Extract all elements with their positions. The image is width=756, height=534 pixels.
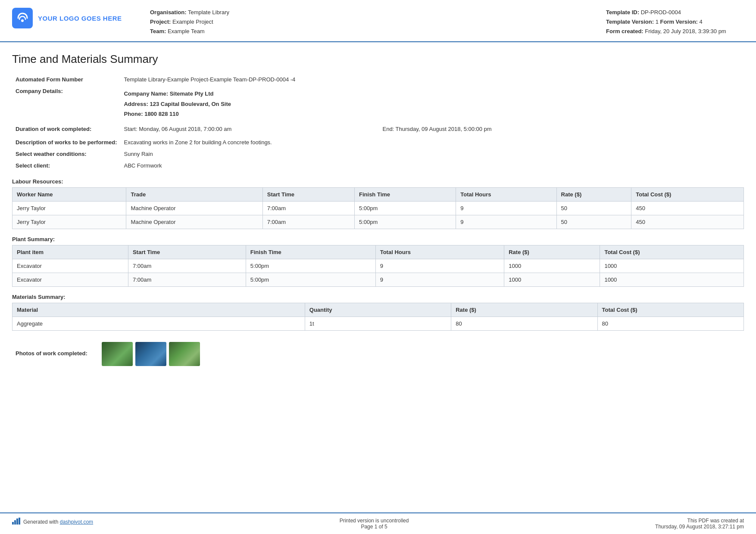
field-value-client: ABC Formwork [120, 160, 744, 171]
field-value-duration-end: End: Thursday, 09 August 2018, 5:00:00 p… [379, 121, 744, 137]
list-item: 50 [556, 215, 631, 229]
template-id-value: DP-PROD-0004 [641, 9, 681, 16]
project-value: Example Project [172, 19, 213, 25]
company-name: Company Name: Sitemate Pty Ltd [124, 89, 740, 99]
created-at-text: This PDF was created at [655, 518, 744, 524]
page-header: YOUR LOGO GOES HERE Organisation: Templa… [0, 0, 756, 42]
table-row: Select weather conditions: Sunny Rain [12, 148, 744, 160]
list-item: 5:00pm [355, 215, 456, 229]
col-total-hours: Total Hours [375, 245, 504, 259]
field-label-description: Description of works to be performed: [12, 137, 120, 148]
photo-2 [135, 342, 166, 366]
org-value: Template Library [188, 9, 229, 16]
list-item: 1t [305, 317, 451, 331]
header-right: Template ID: DP-PROD-0004 Template Versi… [606, 8, 744, 36]
svg-rect-3 [16, 518, 18, 525]
form-version-label: Form Version: [660, 19, 698, 25]
svg-point-0 [21, 19, 24, 22]
template-version-value: 1 [656, 19, 659, 25]
materials-section-label: Materials Summary: [12, 294, 744, 300]
form-info-table: Automated Form Number Template Library-E… [12, 74, 744, 171]
col-total-hours: Total Hours [456, 188, 556, 202]
list-item: Jerry Taylor [12, 215, 126, 229]
dashpivot-link[interactable]: dashpivot.com [60, 519, 93, 525]
plant-table: Plant item Start Time Finish Time Total … [12, 245, 744, 287]
form-created-value: Friday, 20 July 2018, 3:39:30 pm [645, 28, 726, 34]
list-item: 5:00pm [246, 259, 375, 273]
list-item: 7:00am [128, 273, 246, 287]
col-total-cost: Total Cost ($) [597, 303, 744, 317]
col-plant-item: Plant item [12, 245, 128, 259]
labour-table: Worker Name Trade Start Time Finish Time… [12, 187, 744, 229]
table-row: Excavator7:00am5:00pm910001000 [12, 273, 744, 287]
project-label: Project: [150, 19, 171, 25]
col-start-time: Start Time [262, 188, 354, 202]
footer-center: Printed version is uncontrolled Page 1 o… [340, 518, 409, 530]
list-item: 50 [556, 202, 631, 215]
list-item: 1000 [600, 259, 744, 273]
table-row: Duration of work completed: Start: Monda… [12, 121, 744, 137]
team-label: Team: [150, 28, 166, 34]
field-label-client: Select client: [12, 160, 120, 171]
table-row: Select client: ABC Formwork [12, 160, 744, 171]
field-value-automated: Template Library-Example Project-Example… [120, 74, 744, 85]
list-item: 5:00pm [355, 202, 456, 215]
list-item: Excavator [12, 273, 128, 287]
svg-rect-2 [14, 520, 16, 525]
col-quantity: Quantity [305, 303, 451, 317]
table-row: Jerry TaylorMachine Operator7:00am5:00pm… [12, 215, 744, 229]
list-item: 7:00am [262, 202, 354, 215]
col-material: Material [12, 303, 305, 317]
svg-rect-4 [19, 518, 20, 525]
created-timestamp: Thursday, 09 August 2018, 3:27:11 pm [655, 524, 744, 530]
list-item: Machine Operator [126, 202, 262, 215]
list-item: 1000 [504, 259, 600, 273]
uncontrolled-text: Printed version is uncontrolled [340, 518, 409, 524]
list-item: 1000 [504, 273, 600, 287]
list-item: Aggregate [12, 317, 305, 331]
page-title: Time and Materials Summary [12, 53, 744, 66]
of-label: of 5 [379, 524, 387, 530]
table-row: Description of works to be performed: Ex… [12, 137, 744, 148]
col-rate: Rate ($) [556, 188, 631, 202]
table-row: Company Details: Company Name: Sitemate … [12, 85, 744, 121]
template-id-label: Template ID: [606, 9, 639, 16]
list-item: 9 [456, 215, 556, 229]
team-value: Example Team [168, 28, 205, 34]
col-total-cost: Total Cost ($) [600, 245, 744, 259]
generated-with-text: Generated with [23, 519, 58, 525]
list-item: 5:00pm [246, 273, 375, 287]
list-item: 80 [451, 317, 597, 331]
list-item: 450 [631, 215, 744, 229]
dashpivot-icon [12, 518, 21, 526]
list-item: 450 [631, 202, 744, 215]
list-item: Machine Operator [126, 215, 262, 229]
field-label-automated: Automated Form Number [12, 74, 120, 85]
materials-table: Material Quantity Rate ($) Total Cost ($… [12, 303, 744, 331]
table-row: Jerry TaylorMachine Operator7:00am5:00pm… [12, 202, 744, 215]
list-item: Jerry Taylor [12, 202, 126, 215]
col-total-cost: Total Cost ($) [631, 188, 744, 202]
col-finish-time: Finish Time [355, 188, 456, 202]
org-label: Organisation: [150, 9, 187, 16]
plant-section-label: Plant Summary: [12, 236, 744, 242]
list-item: 9 [375, 259, 504, 273]
list-item: 80 [597, 317, 744, 331]
field-value-weather: Sunny Rain [120, 148, 744, 160]
form-created-label: Form created: [606, 28, 644, 34]
labour-section-label: Labour Resources: [12, 178, 744, 185]
list-item: 7:00am [262, 215, 354, 229]
field-label-duration: Duration of work completed: [12, 121, 120, 137]
table-header-row: Plant item Start Time Finish Time Total … [12, 245, 744, 259]
photo-3 [169, 342, 200, 366]
field-label-weather: Select weather conditions: [12, 148, 120, 160]
company-address: Address: 123 Capital Boulevard, On Site [124, 99, 740, 109]
photos-area [98, 338, 744, 369]
table-header-row: Worker Name Trade Start Time Finish Time… [12, 188, 744, 202]
field-value-duration-start: Start: Monday, 06 August 2018, 7:00:00 a… [120, 121, 379, 137]
table-row: Aggregate1t8080 [12, 317, 744, 331]
table-row: Automated Form Number Template Library-E… [12, 74, 744, 85]
field-value-company: Company Name: Sitemate Pty Ltd Address: … [120, 85, 744, 121]
form-version-value: 4 [700, 19, 703, 25]
table-row: Excavator7:00am5:00pm910001000 [12, 259, 744, 273]
